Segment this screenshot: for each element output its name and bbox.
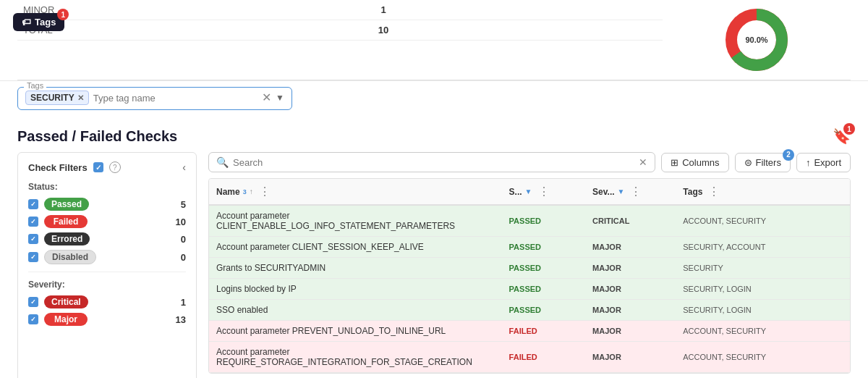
tags-clear-button[interactable]: ✕ <box>262 92 271 104</box>
table-header-row: Name 3 ↑ ⋮ S... ▼ <box>209 179 850 205</box>
status-value: PASSED <box>509 285 541 293</box>
table-row[interactable]: Account parameter CLIENT_SESSION_KEEP_AL… <box>209 237 850 258</box>
tags-value: SECURITY <box>683 264 723 272</box>
columns-button[interactable]: ⊞ Columns <box>661 153 728 172</box>
col-name-menu-btn[interactable]: ⋮ <box>256 185 273 198</box>
tag-chip-remove-btn[interactable]: ✕ <box>77 93 84 103</box>
col-severity-menu-btn[interactable]: ⋮ <box>627 185 644 198</box>
filters-badge: 2 <box>783 149 794 161</box>
export-icon: ↑ <box>806 157 811 168</box>
status-badge: Disabled <box>44 250 96 264</box>
table-row[interactable]: Account parameter CLIENT_ENABLE_LOG_INFO… <box>209 205 850 237</box>
status-checkbox[interactable] <box>28 234 38 244</box>
col-header-name: Name 3 ↑ ⋮ <box>209 179 502 205</box>
tags-dropdown-button[interactable]: ▼ <box>276 93 284 103</box>
sort-asc-icon[interactable]: ↑ <box>250 188 253 196</box>
cell-severity: MAJOR <box>585 321 676 342</box>
cell-tags: SECURITY, LOGIN <box>676 279 850 300</box>
table-row[interactable]: Grants to SECURITYADMIN PASSED MAJOR SEC… <box>209 258 850 279</box>
col-tags-label: Tags <box>683 187 702 197</box>
severity-value: CRITICAL <box>592 217 629 225</box>
main-section: Passed / Failed Checks 🔖 1 Check Filters… <box>0 117 868 378</box>
divider <box>28 272 186 272</box>
status-count: 10 <box>176 217 186 227</box>
status-count: 0 <box>181 234 186 245</box>
tags-value: SECURITY, LOGIN <box>683 285 752 293</box>
filters-checkbox[interactable] <box>93 162 103 172</box>
status-badge: Errored <box>44 232 90 245</box>
col-header-status: S... ▼ ⋮ <box>502 179 586 205</box>
severity-value: MAJOR <box>592 285 621 293</box>
col-tags-menu-btn[interactable]: ⋮ <box>705 185 723 198</box>
col-status-label: S... <box>509 187 522 197</box>
table-row[interactable]: Logins blocked by IP PASSED MAJOR SECURI… <box>209 279 850 300</box>
cell-severity: MAJOR <box>585 258 676 279</box>
cell-name: Account parameter CLIENT_SESSION_KEEP_AL… <box>209 237 502 258</box>
filter-dot-severity: ▼ <box>618 188 625 196</box>
collapse-button[interactable]: ‹ <box>182 161 186 173</box>
tags-value: ACCOUNT, SECURITY <box>683 217 766 225</box>
col-status-menu-btn[interactable]: ⋮ <box>535 185 553 198</box>
filter-dot-status: ▼ <box>525 188 532 196</box>
col-header-severity: Sev... ▼ ⋮ <box>585 179 676 205</box>
severity-value: MAJOR <box>592 306 621 314</box>
cell-severity: MAJOR <box>585 279 676 300</box>
table-row[interactable]: SSO enabled PASSED MAJOR SECURITY, LOGIN <box>209 300 850 321</box>
filters-title: Check Filters <box>28 162 88 173</box>
severity-value: MAJOR <box>592 243 621 251</box>
cell-name: SSO enabled <box>209 300 502 321</box>
donut-chart: 90.0% <box>724 7 789 72</box>
severity-badge: Critical <box>44 295 88 308</box>
search-box: 🔍 ✕ <box>208 152 655 172</box>
severity-count: 13 <box>176 314 186 325</box>
top-row: MINOR1TOTAL10 90.0% <box>17 0 851 80</box>
tags-legend: Tags <box>24 81 46 90</box>
cell-status: FAILED <box>502 342 586 373</box>
filters-button[interactable]: ⊜ Filters 2 <box>735 153 791 172</box>
tags-input-section: Tags SECURITY ✕ ✕ ▼ <box>0 81 868 117</box>
severity-checkbox[interactable] <box>28 314 38 324</box>
summary-area: MINOR1TOTAL10 <box>17 0 663 80</box>
donut-label: 90.0% <box>745 35 767 44</box>
cell-tags: SECURITY, ACCOUNT <box>676 237 850 258</box>
status-checkbox[interactable] <box>28 199 38 209</box>
severity-checkbox[interactable] <box>28 297 38 307</box>
help-icon[interactable]: ? <box>109 161 121 173</box>
summary-row: TOTAL10 <box>17 20 663 41</box>
clear-search-button[interactable]: ✕ <box>639 156 647 168</box>
filters-header: Check Filters ? ‹ <box>28 161 186 173</box>
severity-filters: Critical 1 Major 13 <box>28 295 186 326</box>
status-filter-row: Errored 0 <box>28 232 186 245</box>
cell-severity: MAJOR <box>585 300 676 321</box>
section-title: Passed / Failed Checks <box>17 128 177 145</box>
summary-row: MINOR1 <box>17 0 663 20</box>
columns-icon: ⊞ <box>671 157 678 168</box>
top-section: MINOR1TOTAL10 90.0% <box>0 0 868 81</box>
table-head: Name 3 ↑ ⋮ S... ▼ <box>209 179 850 205</box>
col-name-superscript: 3 <box>243 188 247 196</box>
table-row[interactable]: Account parameter PREVENT_UNLOAD_TO_INLI… <box>209 321 850 342</box>
status-badge: Passed <box>44 198 89 211</box>
severity-filter-row: Critical 1 <box>28 295 186 308</box>
summary-value: 1 <box>104 0 663 20</box>
col-header-tags: Tags ⋮ <box>676 179 850 205</box>
status-group-label: Status: <box>28 182 186 192</box>
page-wrapper: MINOR1TOTAL10 90.0% 🏷 Tags 1 <box>0 0 868 378</box>
tag-name-input[interactable] <box>93 93 258 104</box>
search-input[interactable] <box>233 157 634 168</box>
status-checkbox[interactable] <box>28 217 38 227</box>
checks-table: Name 3 ↑ ⋮ S... ▼ <box>209 179 850 373</box>
cell-status: PASSED <box>502 279 586 300</box>
table-toolbar: 🔍 ✕ ⊞ Columns ⊜ Filters 2 ↑ <box>208 152 851 172</box>
tags-float-button[interactable]: 🏷 Tags 1 <box>13 13 64 31</box>
table-scroll[interactable]: Name 3 ↑ ⋮ S... ▼ <box>208 178 851 374</box>
table-row[interactable]: Account parameter REQUIRE_STORAGE_INTEGR… <box>209 342 850 373</box>
bookmark-button[interactable]: 🔖 1 <box>833 127 851 145</box>
status-filter-row: Failed 10 <box>28 215 186 228</box>
cell-name: Account parameter REQUIRE_STORAGE_INTEGR… <box>209 342 502 373</box>
tags-actions: ✕ ▼ <box>262 92 284 104</box>
status-checkbox[interactable] <box>28 252 38 262</box>
columns-label: Columns <box>682 157 719 168</box>
export-button[interactable]: ↑ Export <box>796 153 851 172</box>
tag-icon: 🏷 <box>22 17 31 28</box>
